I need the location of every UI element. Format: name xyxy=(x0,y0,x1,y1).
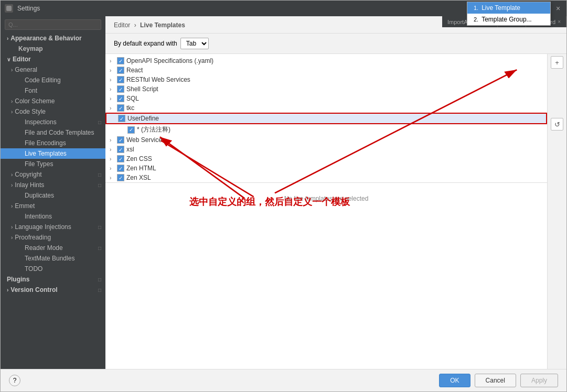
help-button[interactable]: ? xyxy=(9,375,20,386)
checkbox[interactable] xyxy=(117,155,124,162)
tree-item-shell[interactable]: ›Shell Script xyxy=(105,84,547,94)
tree-item-label: Shell Script xyxy=(126,85,158,93)
sidebar-item-code-style[interactable]: ›Code Style xyxy=(1,106,105,117)
sidebar-item-plugins[interactable]: Plugins□ xyxy=(1,274,105,285)
sidebar-item-code-editing[interactable]: Code Editing xyxy=(1,75,105,85)
sidebar-items-list: ›Appearance & BehaviorKeymap∨Editor›Gene… xyxy=(1,33,105,295)
breadcrumb-sep: › xyxy=(134,21,136,29)
settings-icon: □ xyxy=(98,277,101,282)
checkbox[interactable] xyxy=(127,126,135,134)
checkbox[interactable] xyxy=(117,136,124,144)
footer: ? OK Cancel Apply xyxy=(1,369,566,391)
checkbox[interactable] xyxy=(117,67,124,74)
tree-arrow-icon: › xyxy=(110,175,117,181)
tree-item-zenxsl[interactable]: ›Zen XSL xyxy=(105,173,547,182)
settings-icon: □ xyxy=(98,245,101,251)
tree-item-label: Web Services xyxy=(126,136,165,144)
sidebar-item-file-code-templates[interactable]: File and Code Templates xyxy=(1,127,105,138)
checkbox[interactable] xyxy=(117,146,124,153)
tree-item-zencss[interactable]: ›Zen CSS xyxy=(105,154,547,164)
sidebar-item-keymap[interactable]: Keymap xyxy=(1,43,105,54)
sidebar-search-input[interactable] xyxy=(5,19,101,30)
sidebar-item-textmate-bundles[interactable]: TextMate Bundles xyxy=(1,253,105,264)
tree-arrow-icon: › xyxy=(110,147,117,153)
main-panel: Editor › Live Templates By default expan… xyxy=(105,16,566,369)
sidebar-item-file-encodings[interactable]: File Encodings xyxy=(1,138,105,148)
tree-panel: ›OpenAPI Specifications (.yaml)›React›RE… xyxy=(105,54,548,369)
tree-item-userdefine-sub[interactable]: * (方法注释) xyxy=(105,124,547,135)
tree-arrow-icon: › xyxy=(110,58,117,64)
cancel-button[interactable]: Cancel xyxy=(475,374,516,387)
sidebar-item-editor[interactable]: ∨Editor xyxy=(1,54,105,64)
sidebar-item-color-scheme[interactable]: ›Color Scheme xyxy=(1,96,105,106)
tree-item-restful[interactable]: ›RESTful Web Services xyxy=(105,75,547,84)
sidebar-label: Inspections xyxy=(25,118,57,126)
checkbox[interactable] xyxy=(118,115,125,122)
checkbox[interactable] xyxy=(117,76,124,83)
sidebar-item-todo[interactable]: TODO xyxy=(1,264,105,274)
undo-button[interactable]: ↺ xyxy=(551,118,563,130)
tree-item-label: xsl xyxy=(126,146,134,153)
sidebar-item-reader-mode[interactable]: Reader Mode□ xyxy=(1,243,105,253)
tree-item-label: React xyxy=(126,67,143,74)
tree-item-sql[interactable]: ›SQL xyxy=(105,94,547,103)
ok-button[interactable]: OK xyxy=(439,374,470,387)
sidebar-item-file-types[interactable]: File Types xyxy=(1,159,105,169)
tree-item-tkc[interactable]: ›tkc xyxy=(105,103,547,113)
close-button[interactable]: × xyxy=(554,4,562,13)
sidebar-label: Font xyxy=(25,87,37,94)
main-body: ›OpenAPI Specifications (.yaml)›React›RE… xyxy=(105,54,566,369)
arrow-icon: › xyxy=(11,182,13,188)
sidebar-label: Duplicates xyxy=(25,192,54,199)
sidebar-item-font[interactable]: Font xyxy=(1,85,105,96)
expand-label: By default expand with xyxy=(114,40,177,47)
sidebar-item-live-templates[interactable]: Live Templates xyxy=(1,148,105,159)
sidebar-label: Keymap xyxy=(18,45,43,52)
sidebar-item-inlay-hints[interactable]: ›Inlay Hints□ xyxy=(1,180,105,190)
checkbox[interactable] xyxy=(117,85,124,93)
sidebar-item-version-control[interactable]: ›Version Control□ xyxy=(1,285,105,295)
sidebar-label: Language Injections xyxy=(15,223,71,231)
settings-window: Settings × ImportApplication .java × 🌐 W… xyxy=(0,0,567,392)
arrow-icon: › xyxy=(7,287,8,293)
tree-item-userdefine[interactable]: UserDefine xyxy=(105,113,547,124)
tree-item-xsl[interactable]: ›xsl xyxy=(105,145,547,154)
apply-button[interactable]: Apply xyxy=(520,374,558,387)
tree-item-openapi[interactable]: ›OpenAPI Specifications (.yaml) xyxy=(105,56,547,66)
tree-arrow-icon: › xyxy=(110,86,117,92)
sidebar-label: General xyxy=(15,66,37,73)
sidebar-item-duplicates[interactable]: Duplicates xyxy=(1,190,105,201)
tree-item-webservices[interactable]: ›Web Services xyxy=(105,135,547,145)
tree-item-label: RESTful Web Services xyxy=(126,76,190,83)
sidebar-item-language-injections[interactable]: ›Language Injections□ xyxy=(1,222,105,232)
sidebar-label: Live Templates xyxy=(25,150,67,157)
add-button[interactable]: + xyxy=(551,56,563,69)
sidebar-item-proofreading[interactable]: ›Proofreading xyxy=(1,232,105,243)
sidebar-item-emmet[interactable]: ›Emmet xyxy=(1,201,105,211)
checkbox[interactable] xyxy=(117,57,124,64)
sidebar-label: Emmet xyxy=(15,202,35,210)
sidebar-label: Reader Mode xyxy=(25,244,63,252)
arrow-icon: › xyxy=(11,224,13,230)
tree-item-zenhtml[interactable]: ›Zen HTML xyxy=(105,164,547,173)
checkbox[interactable] xyxy=(117,165,124,172)
checkbox[interactable] xyxy=(117,95,124,102)
checkbox[interactable] xyxy=(117,104,124,112)
breadcrumb-parent: Editor xyxy=(114,21,130,29)
sidebar-label: TextMate Bundles xyxy=(25,255,74,262)
sidebar-item-appearance[interactable]: ›Appearance & Behavior xyxy=(1,33,105,43)
tree-item-react[interactable]: ›React xyxy=(105,66,547,75)
arrow-icon: › xyxy=(11,67,13,73)
sidebar-item-intentions[interactable]: Intentions xyxy=(1,211,105,222)
tree-item-label: tkc xyxy=(126,104,134,112)
checkbox[interactable] xyxy=(117,174,124,181)
right-actions: + 1.Live Template2.Template Group... ↺ xyxy=(548,54,566,369)
sidebar-item-inspections[interactable]: Inspections□ xyxy=(1,117,105,127)
tab-close-icon[interactable]: × xyxy=(558,19,561,25)
sidebar-label: Copyright xyxy=(15,171,41,178)
sidebar-label: Code Style xyxy=(15,108,46,115)
expand-select[interactable]: Tab xyxy=(180,38,209,49)
sidebar-item-general[interactable]: ›General xyxy=(1,64,105,75)
sidebar-item-copyright[interactable]: ›Copyright□ xyxy=(1,169,105,180)
arrow-icon: › xyxy=(11,99,13,104)
